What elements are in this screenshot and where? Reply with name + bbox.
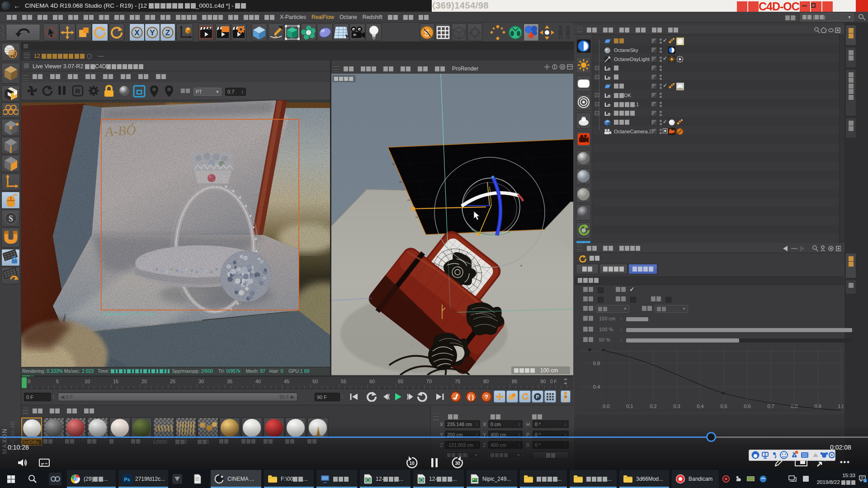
svg-text:Y: Y [150,28,155,37]
svg-text:85: 85 [512,379,517,384]
svg-text:0.4: 0.4 [697,404,703,409]
svg-text:30: 30 [198,379,204,384]
svg-text:o: o [608,94,610,99]
svg-text:S: S [8,214,13,223]
svg-text:100 cm: 100 cm [540,367,558,374]
svg-text:0.4: 0.4 [593,384,600,389]
svg-text:55: 55 [341,379,346,384]
svg-text:0.2: 0.2 [650,404,656,409]
svg-text:o: o [608,112,610,117]
svg-text:50: 50 [312,379,318,384]
svg-text:R: R [75,87,80,95]
svg-text:Ps: Ps [124,477,130,482]
svg-text:45: 45 [284,379,289,384]
svg-text:40: 40 [255,379,261,384]
svg-text:0.0: 0.0 [603,404,609,409]
svg-text:5: 5 [56,379,59,384]
svg-text:P: P [536,394,539,399]
svg-text:o: o [608,103,610,108]
svg-text:35: 35 [227,379,232,384]
svg-text:0.6: 0.6 [744,404,750,409]
svg-text:A-BÓ: A-BÓ [104,122,136,139]
svg-text:65: 65 [398,379,403,384]
svg-text:o: o [608,66,610,71]
svg-text:75: 75 [455,379,460,384]
svg-text:0: 0 [28,379,30,384]
svg-text:OctaneRender™ 3.07 - C4D: OctaneRender™ 3.07 - C4D [103,312,154,316]
svg-text:0.1: 0.1 [626,404,633,409]
svg-text:IES: IES [581,116,586,119]
svg-text:30: 30 [455,461,460,466]
svg-text:X: X [134,28,140,37]
svg-text:Z: Z [165,28,170,37]
svg-text:1.0: 1.0 [838,404,844,409]
svg-text:10: 10 [85,379,90,384]
svg-text:0.3: 0.3 [673,404,680,409]
svg-text:15: 15 [113,379,118,384]
svg-text:0.7: 0.7 [767,404,774,409]
svg-text:60: 60 [369,379,375,384]
svg-text:S: S [425,27,430,38]
svg-text:70: 70 [426,379,432,384]
svg-text:10: 10 [409,461,415,466]
svg-text:25: 25 [170,379,175,384]
svg-text:90: 90 [540,379,546,384]
svg-text:80: 80 [483,379,489,384]
svg-text:o: o [608,75,610,80]
svg-text:20: 20 [142,379,147,384]
svg-text:0.5: 0.5 [720,404,727,409]
svg-text:0 F: 0 F [550,379,557,384]
svg-text:0.8: 0.8 [593,361,600,366]
